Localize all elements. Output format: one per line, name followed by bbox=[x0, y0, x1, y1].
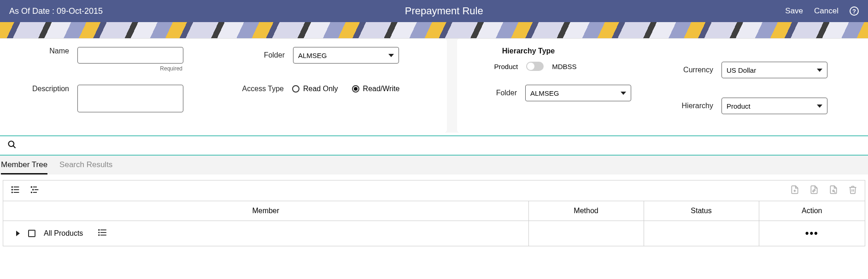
folder-label-right: Folder bbox=[471, 89, 517, 97]
member-table: Member Method Status Action All Products bbox=[3, 201, 865, 246]
description-field: Description bbox=[14, 85, 183, 112]
name-input[interactable] bbox=[77, 47, 183, 64]
svg-point-0 bbox=[9, 141, 14, 147]
name-label: Name bbox=[14, 47, 69, 55]
svg-point-4 bbox=[12, 189, 13, 190]
svg-rect-5 bbox=[14, 189, 19, 190]
as-of-label: As Of Date : bbox=[9, 6, 54, 16]
form-panels: Name Required Folder ALMSEG Description bbox=[0, 39, 868, 133]
table-toolbar bbox=[3, 180, 865, 201]
svg-point-8 bbox=[31, 186, 32, 188]
row-checkbox[interactable] bbox=[28, 230, 35, 237]
header-actions: Save Cancel ? bbox=[785, 6, 859, 16]
chevron-down-icon bbox=[817, 69, 822, 72]
decorative-banner bbox=[0, 22, 868, 39]
as-of-value: 09-Oct-2015 bbox=[57, 6, 103, 16]
hierarchy-value: Product bbox=[727, 102, 751, 110]
svg-point-2 bbox=[12, 186, 13, 188]
expand-all-icon[interactable] bbox=[11, 185, 20, 196]
folder-field-right: Folder ALMSEG bbox=[471, 85, 663, 101]
folder-select-right[interactable]: ALMSEG bbox=[525, 85, 631, 101]
toggle-product-label: Product bbox=[494, 63, 518, 70]
chevron-down-icon bbox=[817, 105, 822, 108]
expand-toggle-icon[interactable] bbox=[16, 231, 20, 236]
svg-line-1 bbox=[13, 146, 16, 148]
access-type-field: Access Type Read Only Read/Write bbox=[238, 85, 399, 93]
access-read-only-radio[interactable]: Read Only bbox=[292, 85, 338, 93]
folder-label-left: Folder bbox=[248, 51, 285, 59]
cell-method bbox=[528, 221, 644, 246]
chevron-down-icon bbox=[388, 54, 394, 57]
table-header-row: Member Method Status Action bbox=[3, 201, 865, 221]
cell-status bbox=[644, 221, 759, 246]
svg-point-10 bbox=[32, 189, 34, 190]
search-icon bbox=[7, 140, 17, 151]
header-status: Status bbox=[644, 201, 759, 221]
svg-line-17 bbox=[834, 192, 836, 193]
collapse-all-icon[interactable] bbox=[30, 185, 39, 196]
hierarchy-type-toggle-field: Product MDBSS bbox=[471, 62, 600, 71]
access-type-label: Access Type bbox=[238, 85, 284, 93]
cancel-button[interactable]: Cancel bbox=[814, 6, 839, 16]
add-file-icon[interactable] bbox=[790, 185, 799, 196]
currency-value: US Dollar bbox=[727, 66, 756, 74]
name-field: Name Required bbox=[14, 47, 183, 72]
svg-rect-19 bbox=[100, 230, 106, 231]
table-row: All Products ••• bbox=[3, 221, 865, 246]
toggle-mdbss-label: MDBSS bbox=[552, 63, 576, 70]
folder-value-right: ALMSEG bbox=[530, 89, 559, 97]
svg-rect-9 bbox=[33, 186, 37, 187]
member-table-container: Member Method Status Action All Products bbox=[3, 180, 865, 246]
tree-tabs: Member Tree Search Results bbox=[0, 156, 868, 174]
svg-point-16 bbox=[833, 190, 834, 192]
tab-member-tree[interactable]: Member Tree bbox=[1, 160, 47, 174]
hierarchy-panel: Hierarchy Type Product MDBSS Folder ALMS… bbox=[457, 39, 868, 133]
list-icon[interactable] bbox=[98, 229, 107, 238]
chevron-down-icon bbox=[621, 92, 626, 95]
svg-rect-13 bbox=[33, 192, 37, 193]
view-file-icon[interactable] bbox=[829, 185, 838, 196]
access-read-write-radio[interactable]: Read/Write bbox=[352, 85, 400, 93]
currency-label: Currency bbox=[663, 66, 713, 74]
description-label: Description bbox=[14, 85, 69, 93]
help-icon[interactable]: ? bbox=[850, 6, 859, 16]
row-actions-menu[interactable]: ••• bbox=[805, 227, 819, 239]
hierarchy-select[interactable]: Product bbox=[721, 98, 827, 114]
hierarchy-type-toggle[interactable] bbox=[526, 62, 544, 71]
currency-select[interactable]: US Dollar bbox=[721, 62, 827, 78]
member-name: All Products bbox=[44, 229, 83, 238]
svg-point-6 bbox=[12, 192, 13, 193]
svg-rect-7 bbox=[14, 192, 19, 193]
radio-icon bbox=[292, 85, 299, 93]
cell-action: ••• bbox=[759, 221, 865, 246]
description-input[interactable] bbox=[77, 85, 183, 112]
delete-icon[interactable] bbox=[848, 185, 857, 196]
folder-value-left: ALMSEG bbox=[298, 52, 327, 59]
rule-details-panel: Name Required Folder ALMSEG Description bbox=[0, 39, 447, 133]
hierarchy-type-label: Hierarchy Type bbox=[471, 47, 586, 55]
name-required-label: Required bbox=[160, 65, 183, 72]
svg-point-12 bbox=[31, 192, 32, 193]
header-action: Action bbox=[759, 201, 865, 221]
page-title: Prepayment Rule bbox=[103, 5, 785, 17]
currency-field: Currency US Dollar bbox=[663, 62, 854, 78]
as-of-date: As Of Date : 09-Oct-2015 bbox=[9, 6, 103, 16]
app-header: As Of Date : 09-Oct-2015 Prepayment Rule… bbox=[0, 0, 868, 22]
header-method: Method bbox=[528, 201, 644, 221]
svg-point-20 bbox=[99, 232, 100, 233]
folder-field-left: Folder ALMSEG bbox=[248, 47, 399, 64]
svg-point-18 bbox=[99, 229, 100, 231]
folder-select-left[interactable]: ALMSEG bbox=[293, 47, 399, 64]
edit-file-icon[interactable] bbox=[809, 185, 819, 196]
save-button[interactable]: Save bbox=[785, 6, 803, 16]
radio-icon bbox=[352, 85, 359, 93]
svg-rect-3 bbox=[14, 186, 19, 187]
access-read-only-label: Read Only bbox=[303, 85, 338, 93]
svg-rect-21 bbox=[100, 232, 106, 233]
cell-member: All Products bbox=[3, 221, 528, 246]
hierarchy-field: Hierarchy Product bbox=[663, 98, 854, 114]
svg-point-22 bbox=[99, 234, 100, 236]
svg-rect-23 bbox=[100, 235, 106, 236]
search-bar[interactable] bbox=[0, 135, 868, 156]
tab-search-results[interactable]: Search Results bbox=[59, 160, 112, 174]
